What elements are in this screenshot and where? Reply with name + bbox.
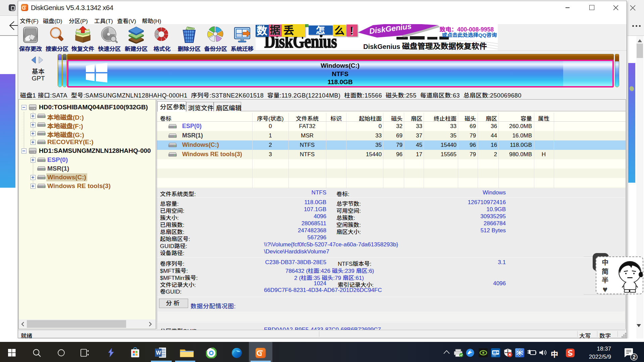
svg-text:2: 2 [633,354,636,360]
svg-text:W: W [156,350,161,356]
svg-text:intel: intel [492,355,496,357]
